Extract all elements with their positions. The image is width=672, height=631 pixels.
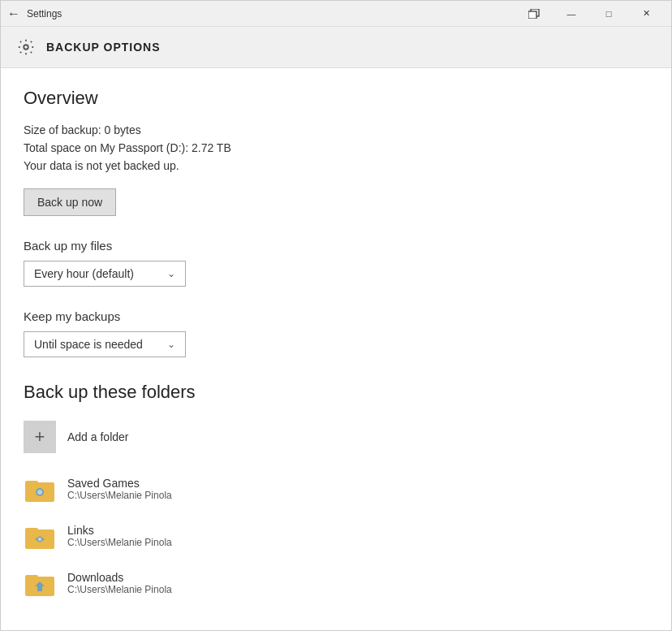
folder-links-icon	[24, 521, 56, 551]
folder-links-info: Links C:\Users\Melanie Pinola	[67, 524, 172, 548]
svg-rect-4	[25, 481, 38, 486]
minimize-button[interactable]: —	[553, 1, 590, 27]
folder-saved-games-path: C:\Users\Melanie Pinola	[67, 490, 172, 501]
title-bar-left: ← Settings	[7, 6, 62, 21]
backup-files-dropdown[interactable]: Every hour (default) ⌄	[24, 261, 186, 287]
folders-section: Back up these folders + Add a folder Sav…	[24, 382, 648, 601]
chevron-down-icon: ⌄	[167, 268, 175, 279]
add-folder-button[interactable]: + Add a folder	[24, 417, 648, 456]
folder-links-path: C:\Users\Melanie Pinola	[67, 537, 172, 548]
svg-point-9	[38, 538, 41, 541]
space-info: Total space on My Passport (D:): 2.72 TB	[24, 141, 648, 154]
title-bar: ← Settings — □ ✕	[1, 1, 671, 27]
backup-files-section: Back up my files Every hour (default) ⌄	[24, 239, 648, 287]
folder-item-downloads[interactable]: Downloads C:\Users\Melanie Pinola	[24, 565, 648, 601]
window: ← Settings — □ ✕ BACKUP OPTIONS Overview	[0, 0, 672, 631]
folder-downloads-name: Downloads	[67, 571, 172, 584]
add-folder-label: Add a folder	[67, 430, 129, 443]
back-button[interactable]: ←	[7, 6, 20, 21]
backup-files-selected: Every hour (default)	[34, 267, 134, 280]
keep-backups-dropdown[interactable]: Until space is needed ⌄	[24, 331, 186, 357]
folder-saved-games-name: Saved Games	[67, 477, 172, 490]
app-header: BACKUP OPTIONS	[1, 27, 671, 68]
content-area: Overview Size of backup: 0 bytes Total s…	[1, 68, 671, 630]
keep-backups-selected: Until space is needed	[34, 338, 143, 351]
backup-now-button[interactable]: Back up now	[24, 188, 116, 216]
folder-saved-games-icon	[24, 474, 56, 504]
chevron-down-icon-2: ⌄	[167, 339, 175, 350]
svg-rect-11	[25, 575, 38, 580]
plus-icon: +	[24, 421, 56, 453]
maximize-button[interactable]: □	[590, 1, 627, 27]
folders-title: Back up these folders	[24, 382, 648, 403]
svg-point-2	[24, 45, 28, 50]
folder-saved-games-info: Saved Games C:\Users\Melanie Pinola	[67, 477, 172, 501]
svg-rect-8	[25, 528, 38, 533]
folder-item-saved-games[interactable]: Saved Games C:\Users\Melanie Pinola	[24, 471, 648, 507]
folder-downloads-info: Downloads C:\Users\Melanie Pinola	[67, 571, 172, 595]
title-bar-controls: — □ ✕	[515, 1, 665, 27]
page-title: BACKUP OPTIONS	[46, 41, 161, 54]
svg-rect-1	[528, 11, 536, 19]
svg-point-6	[37, 490, 42, 495]
size-info: Size of backup: 0 bytes	[24, 123, 648, 136]
gear-icon	[17, 38, 35, 56]
folder-downloads-path: C:\Users\Melanie Pinola	[67, 584, 172, 595]
close-button[interactable]: ✕	[627, 1, 665, 27]
backup-files-label: Back up my files	[24, 239, 648, 253]
window-title: Settings	[27, 8, 62, 19]
keep-backups-label: Keep my backups	[24, 309, 648, 323]
folder-links-name: Links	[67, 524, 172, 537]
restore-button[interactable]	[515, 1, 553, 27]
folder-item-links[interactable]: Links C:\Users\Melanie Pinola	[24, 518, 648, 554]
folder-downloads-icon	[24, 568, 56, 598]
status-info: Your data is not yet backed up.	[24, 159, 648, 172]
keep-backups-section: Keep my backups Until space is needed ⌄	[24, 309, 648, 357]
overview-title: Overview	[24, 88, 648, 109]
